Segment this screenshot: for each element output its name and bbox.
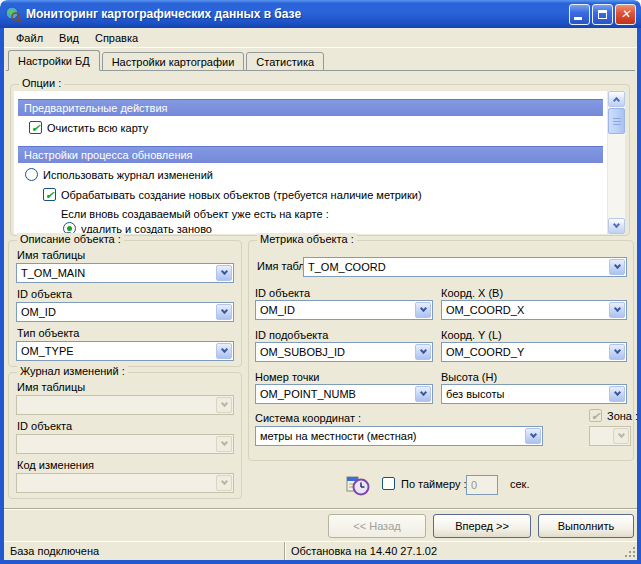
height-label: Высота (H) [441, 371, 497, 383]
timer-label: По таймеру : [401, 478, 467, 490]
object-metrics-group: Метрика объекта : Имя таблицы T_OM_COORD… [248, 240, 634, 461]
chevron-down-icon [216, 397, 232, 413]
back-button[interactable]: << Назад [328, 514, 426, 538]
timer-seconds-input[interactable] [466, 475, 498, 495]
height-combo[interactable]: без высоты [441, 384, 627, 404]
section-header-preliminary-label: Предварительные действия [24, 102, 168, 114]
change-code-label: Код изменения [17, 459, 234, 471]
status-situation: Обстановка на 14.40 27.1.02 [285, 542, 637, 560]
zone-combo[interactable] [589, 426, 631, 446]
coord-y-label: Коорд. Y (L) [441, 329, 502, 341]
change-code-combo[interactable] [16, 473, 234, 493]
chevron-down-icon [216, 343, 232, 359]
timer-checkbox[interactable] [382, 477, 395, 490]
process-new-objects-label: Обрабатывать создание новых объектов (тр… [61, 189, 422, 201]
chevron-down-icon [609, 259, 625, 275]
chevron-down-icon [216, 304, 232, 320]
section-header-update-process: Настройки процесса обновления [18, 146, 603, 163]
chevron-down-icon [216, 475, 232, 491]
tab-db-settings[interactable]: Настройки БД [8, 50, 100, 71]
coord-system-combo[interactable]: метры на местности (местная) [255, 426, 543, 446]
log-object-id-combo[interactable] [16, 434, 234, 454]
coord-system-label: Система координат : [255, 412, 361, 424]
options-scrollbar[interactable] [608, 91, 625, 234]
object-type-label: Тип объекта [17, 327, 234, 339]
scrollbar-thumb[interactable] [608, 108, 625, 134]
object-type-value: OM_TYPE [17, 345, 215, 357]
point-number-value: OM_POINT_NUMB [256, 388, 414, 400]
coord-x-value: OM_COORD_X [442, 304, 608, 316]
section-header-update-label: Настройки процесса обновления [24, 149, 193, 161]
chevron-up-icon [613, 97, 620, 104]
tab-cartography-settings[interactable]: Настройки картографии [102, 52, 245, 71]
coord-y-value: OM_COORD_Y [442, 346, 608, 358]
status-connection: База подключена [4, 542, 285, 560]
chevron-down-icon [609, 386, 625, 402]
maximize-button[interactable] [592, 4, 613, 25]
zone-label: Зона : [607, 410, 638, 422]
menu-file[interactable]: Файл [8, 30, 51, 46]
clear-map-label: Очистить всю карту [47, 122, 148, 134]
log-table-combo[interactable] [16, 395, 234, 415]
coord-y-combo[interactable]: OM_COORD_Y [441, 342, 627, 362]
chevron-down-icon [216, 265, 232, 281]
object-metrics-title: Метрика объекта : [257, 233, 357, 245]
options-group: Опции : Предварительные действия Очистит… [10, 84, 630, 236]
chevron-down-icon [415, 302, 431, 318]
menu-help[interactable]: Справка [87, 30, 146, 46]
window-frame: Файл Вид Справка Настройки БД Настройки … [0, 28, 641, 564]
change-log-group: Журнал изменений : Имя таблицы ID объект… [8, 372, 242, 499]
use-journal-radio[interactable] [25, 168, 38, 181]
metrics-object-id-combo[interactable]: OM_ID [255, 300, 433, 320]
forward-button[interactable]: Вперед >> [433, 514, 531, 538]
point-number-combo[interactable]: OM_POINT_NUMB [255, 384, 433, 404]
metrics-table-combo[interactable]: T_OM_COORD [303, 257, 627, 277]
metrics-object-id-value: OM_ID [256, 304, 414, 316]
chevron-down-icon [613, 221, 620, 228]
log-object-id-label: ID объекта [17, 420, 234, 432]
chevron-down-icon [415, 344, 431, 360]
options-scroll-area: Предварительные действия Очистить всю ка… [14, 91, 607, 234]
minimize-button[interactable] [569, 4, 590, 25]
clear-map-checkbox[interactable] [29, 121, 42, 134]
process-new-objects-checkbox[interactable] [43, 188, 56, 201]
object-description-title: Описание объекта : [17, 233, 124, 245]
chevron-down-icon [525, 428, 541, 444]
subobject-id-label: ID подобъекта [255, 329, 328, 341]
menu-view[interactable]: Вид [51, 30, 87, 46]
menubar: Файл Вид Справка [4, 28, 637, 48]
use-journal-label: Использовать журнал изменений [43, 169, 213, 181]
chevron-down-icon [415, 386, 431, 402]
existing-object-hint: Если вновь создаваемый объект уже есть н… [61, 208, 329, 220]
radio-dot-icon [67, 226, 72, 231]
execute-button[interactable]: Выполнить [538, 514, 634, 538]
point-number-label: Номер точки [255, 371, 319, 383]
scrollbar-down-button[interactable] [608, 218, 625, 234]
coord-x-combo[interactable]: OM_COORD_X [441, 300, 627, 320]
maximize-icon [598, 10, 607, 19]
subobject-id-value: OM_SUBOBJ_ID [256, 346, 414, 358]
buttons-separator [4, 508, 637, 510]
zone-checkbox[interactable] [589, 409, 602, 422]
timer-clock-icon [344, 472, 370, 500]
subobject-id-combo[interactable]: OM_SUBOBJ_ID [255, 342, 433, 362]
timer-unit-label: сек. [510, 478, 530, 490]
tab-statistics[interactable]: Статистика [246, 52, 324, 71]
check-icon [31, 122, 40, 134]
options-group-title: Опции : [19, 77, 64, 89]
app-window: Мониторинг картографических данных в баз… [0, 0, 641, 564]
resize-grip-icon[interactable] [624, 546, 636, 558]
scrollbar-up-button[interactable] [608, 91, 625, 107]
object-type-combo[interactable]: OM_TYPE [16, 341, 234, 361]
close-button[interactable]: ✕ [615, 4, 636, 25]
check-icon [591, 410, 600, 422]
change-log-title: Журнал изменений : [17, 365, 128, 377]
object-id-combo[interactable]: OM_ID [16, 302, 234, 322]
close-icon: ✕ [620, 8, 630, 20]
tab-strip: Настройки БД Настройки картографии Стати… [6, 50, 635, 71]
statusbar: База подключена Обстановка на 14.40 27.1… [4, 541, 637, 560]
chevron-down-icon [609, 302, 625, 318]
object-table-combo[interactable]: T_OM_MAIN [16, 263, 234, 283]
object-id-label: ID объекта [17, 288, 234, 300]
timer-row: По таймеру : сек. [248, 470, 634, 500]
